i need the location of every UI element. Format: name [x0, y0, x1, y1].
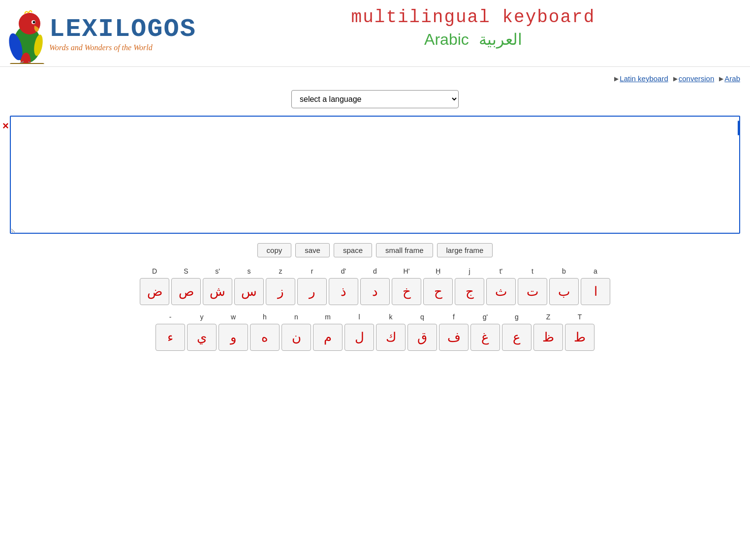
- key-group: gع: [502, 313, 531, 351]
- arabic-key-button[interactable]: ظ: [533, 324, 563, 351]
- parrot-image: [5, 5, 49, 64]
- key-label: d: [373, 267, 377, 276]
- nav-item-latin-keyboard: ▶ Latin keyboard: [614, 74, 668, 83]
- key-group: sس: [234, 267, 264, 305]
- key-label: Z: [546, 313, 551, 322]
- arabic-key-button[interactable]: ط: [565, 324, 594, 351]
- arabic-key-button[interactable]: ر: [297, 278, 327, 305]
- key-group: g'غ: [470, 313, 500, 351]
- key-label: D: [152, 267, 157, 276]
- key-label: S: [184, 267, 188, 276]
- arabic-key-button[interactable]: ع: [502, 324, 531, 351]
- key-label: n: [294, 313, 298, 322]
- key-label: b: [562, 267, 566, 276]
- key-label: T: [578, 313, 582, 322]
- key-group: jج: [455, 267, 484, 305]
- key-group: lل: [344, 313, 374, 351]
- key-group: Zظ: [533, 313, 563, 351]
- arabic-key-button[interactable]: ض: [140, 278, 169, 305]
- key-group: dد: [360, 267, 390, 305]
- arabic-key-button[interactable]: ف: [439, 324, 469, 351]
- arabic-key-button[interactable]: ي: [187, 324, 217, 351]
- arabic-key-button[interactable]: ق: [407, 324, 437, 351]
- arabic-key-button[interactable]: ك: [376, 324, 406, 351]
- conversion-link[interactable]: conversion: [679, 74, 715, 83]
- arabic-key-button[interactable]: ص: [171, 278, 201, 305]
- nav-arrow-2: ▶: [673, 75, 678, 82]
- arabic-key-button[interactable]: د: [360, 278, 390, 305]
- arabic-key-button[interactable]: ز: [266, 278, 295, 305]
- language-title: Arabic العربية: [424, 30, 522, 49]
- arab-link[interactable]: Arab: [724, 74, 740, 83]
- header: LEXILOGOS Words and Wonders of the World…: [0, 0, 750, 64]
- large-frame-button[interactable]: large frame: [437, 243, 493, 257]
- latin-keyboard-link[interactable]: Latin keyboard: [620, 74, 668, 83]
- main-text-input[interactable]: [10, 116, 740, 234]
- arabic-key-button[interactable]: خ: [392, 278, 421, 305]
- key-label: m: [325, 313, 331, 322]
- key-group: d'ذ: [329, 267, 358, 305]
- arabic-key-button[interactable]: م: [313, 324, 343, 351]
- key-group: zز: [266, 267, 295, 305]
- action-buttons: copy save space small frame large frame: [0, 236, 750, 262]
- svg-point-3: [33, 21, 35, 24]
- clear-button[interactable]: ×: [2, 121, 9, 131]
- right-header: multilingual keyboard Arabic العربية: [206, 5, 740, 49]
- key-label: k: [389, 313, 393, 322]
- key-label: q: [420, 313, 424, 322]
- keyboard-section: DضSصs'شsسzزrرd'ذdدH'خḤحjجt'ثtتbبaا -ءyيw…: [0, 262, 750, 365]
- arabic-key-button[interactable]: ش: [203, 278, 232, 305]
- language-name-latin: Arabic: [424, 31, 469, 49]
- logo-area: LEXILOGOS Words and Wonders of the World: [5, 5, 196, 64]
- arabic-key-button[interactable]: ذ: [329, 278, 358, 305]
- key-label: a: [594, 267, 597, 276]
- arabic-key-button[interactable]: ث: [486, 278, 516, 305]
- keyboard-row-1: DضSصs'شsسzزrرd'ذdدH'خḤحjجt'ثtتbبaا: [10, 267, 740, 305]
- arabic-key-button[interactable]: ب: [549, 278, 579, 305]
- language-selector-row: select a language: [0, 85, 750, 116]
- arabic-key-button[interactable]: ن: [281, 324, 311, 351]
- arabic-key-button[interactable]: غ: [470, 324, 500, 351]
- arabic-key-button[interactable]: ا: [581, 278, 610, 305]
- textarea-section: ×: [0, 116, 750, 236]
- site-subtitle: Words and Wonders of the World: [49, 43, 196, 52]
- key-group: rر: [297, 267, 327, 305]
- svg-rect-9: [10, 63, 44, 64]
- key-label: -: [169, 313, 172, 322]
- key-group: fف: [439, 313, 469, 351]
- arabic-key-button[interactable]: ه: [250, 324, 280, 351]
- small-frame-button[interactable]: small frame: [376, 243, 433, 257]
- key-group: kك: [376, 313, 406, 351]
- key-label: h: [263, 313, 267, 322]
- copy-button[interactable]: copy: [257, 243, 292, 257]
- arabic-key-button[interactable]: س: [234, 278, 264, 305]
- key-group: -ء: [156, 313, 185, 351]
- space-button[interactable]: space: [334, 243, 372, 257]
- arabic-key-button[interactable]: ت: [518, 278, 547, 305]
- language-name-native: العربية: [479, 30, 522, 49]
- arabic-key-button[interactable]: ج: [455, 278, 484, 305]
- key-label: g': [483, 313, 488, 322]
- key-group: nن: [281, 313, 311, 351]
- key-group: bب: [549, 267, 579, 305]
- arabic-key-button[interactable]: ح: [423, 278, 453, 305]
- language-select[interactable]: select a language: [291, 90, 459, 108]
- key-group: Dض: [140, 267, 169, 305]
- key-label: f: [453, 313, 455, 322]
- arabic-key-button[interactable]: ل: [344, 324, 374, 351]
- key-group: hه: [250, 313, 280, 351]
- key-label: H': [404, 267, 410, 276]
- logo-text-area: LEXILOGOS Words and Wonders of the World: [49, 17, 196, 52]
- multilingual-keyboard-title: multilingual keyboard: [351, 7, 595, 28]
- key-label: j: [469, 267, 470, 276]
- arabic-key-button[interactable]: و: [219, 324, 248, 351]
- scrollbar-indicator: [738, 121, 739, 135]
- key-label: l: [358, 313, 360, 322]
- key-label: w: [231, 313, 236, 322]
- key-label: s: [248, 267, 251, 276]
- key-label: s': [215, 267, 220, 276]
- nav-links: ▶ Latin keyboard ▶ conversion ▶ Arab: [0, 69, 750, 85]
- key-label: Ḥ: [436, 267, 441, 276]
- arabic-key-button[interactable]: ء: [156, 324, 185, 351]
- save-button[interactable]: save: [295, 243, 330, 257]
